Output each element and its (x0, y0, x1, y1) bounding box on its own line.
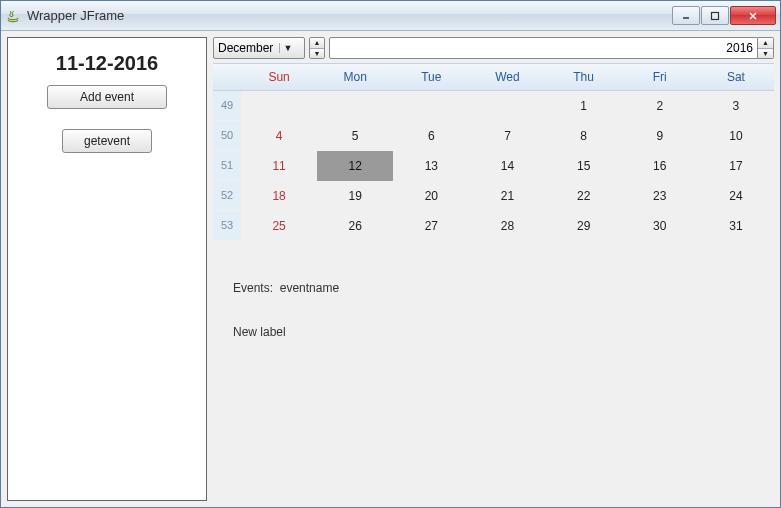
header-thu: Thu (546, 64, 622, 90)
day-cell[interactable]: 7 (469, 121, 545, 151)
week-number: 53 (213, 211, 241, 241)
main-panel: December ▼ ▲ ▼ 2016 ▲ ▼ (213, 37, 774, 501)
titlebar[interactable]: Wrapper JFrame (1, 1, 780, 31)
calendar-toolbar: December ▼ ▲ ▼ 2016 ▲ ▼ (213, 37, 774, 59)
header-sat: Sat (698, 64, 774, 90)
events-row: Events: eventname (233, 281, 754, 295)
selected-date-label: 11-12-2016 (56, 52, 158, 75)
day-cell[interactable]: 22 (546, 181, 622, 211)
day-cell[interactable]: 25 (241, 211, 317, 241)
week-number: 50 (213, 121, 241, 151)
day-cell[interactable]: 13 (393, 151, 469, 181)
day-cell[interactable]: 24 (698, 181, 774, 211)
month-combobox[interactable]: December ▼ (213, 37, 305, 59)
day-cell[interactable]: 26 (317, 211, 393, 241)
sidebar: 11-12-2016 Add event getevent (7, 37, 207, 501)
window-frame: Wrapper JFrame 11-12-2016 Add event gete… (0, 0, 781, 508)
month-spinner[interactable]: ▲ ▼ (309, 37, 325, 59)
day-cell (469, 91, 545, 121)
svg-rect-1 (712, 12, 719, 19)
day-cell[interactable]: 21 (469, 181, 545, 211)
week-corner (213, 64, 241, 90)
java-icon (5, 8, 21, 24)
year-spinner-arrows[interactable]: ▲ ▼ (758, 37, 774, 59)
day-cell[interactable]: 1 (546, 91, 622, 121)
add-event-button[interactable]: Add event (47, 85, 167, 109)
week-number: 51 (213, 151, 241, 181)
year-spinner[interactable]: 2016 ▲ ▼ (329, 37, 774, 59)
day-cell[interactable]: 10 (698, 121, 774, 151)
calendar-body: 4912350456789105111121314151617521819202… (213, 91, 774, 241)
close-button[interactable] (730, 6, 776, 25)
header-sun: Sun (241, 64, 317, 90)
calendar-header: Sun Mon Tue Wed Thu Fri Sat (213, 63, 774, 91)
day-cell (317, 91, 393, 121)
day-cell (241, 91, 317, 121)
chevron-down-icon[interactable]: ▼ (758, 49, 773, 59)
day-cell[interactable]: 31 (698, 211, 774, 241)
calendar: Sun Mon Tue Wed Thu Fri Sat 491235045678… (213, 63, 774, 241)
client-area: 11-12-2016 Add event getevent December ▼… (1, 31, 780, 507)
day-cell[interactable]: 16 (622, 151, 698, 181)
maximize-button[interactable] (701, 6, 729, 25)
day-cell[interactable]: 23 (622, 181, 698, 211)
day-cell[interactable]: 17 (698, 151, 774, 181)
day-cell[interactable]: 14 (469, 151, 545, 181)
day-cell[interactable]: 15 (546, 151, 622, 181)
day-cell[interactable]: 2 (622, 91, 698, 121)
new-label: New label (233, 325, 754, 339)
week-number: 52 (213, 181, 241, 211)
minimize-button[interactable] (672, 6, 700, 25)
week-number: 49 (213, 91, 241, 121)
chevron-down-icon: ▼ (279, 43, 295, 53)
header-fri: Fri (622, 64, 698, 90)
get-event-button[interactable]: getevent (62, 129, 152, 153)
day-cell[interactable]: 5 (317, 121, 393, 151)
day-cell[interactable]: 8 (546, 121, 622, 151)
header-mon: Mon (317, 64, 393, 90)
day-cell[interactable]: 12 (317, 151, 393, 181)
day-cell[interactable]: 6 (393, 121, 469, 151)
day-cell[interactable]: 11 (241, 151, 317, 181)
day-cell[interactable]: 18 (241, 181, 317, 211)
header-tue: Tue (393, 64, 469, 90)
day-cell[interactable]: 29 (546, 211, 622, 241)
chevron-down-icon[interactable]: ▼ (310, 49, 324, 59)
chevron-up-icon[interactable]: ▲ (758, 38, 773, 49)
window-controls (672, 6, 776, 25)
day-cell[interactable]: 30 (622, 211, 698, 241)
events-value: eventname (280, 281, 339, 295)
day-cell[interactable]: 20 (393, 181, 469, 211)
day-cell[interactable]: 9 (622, 121, 698, 151)
day-cell[interactable]: 3 (698, 91, 774, 121)
day-cell[interactable]: 28 (469, 211, 545, 241)
day-cell (393, 91, 469, 121)
day-cell[interactable]: 27 (393, 211, 469, 241)
events-label: Events: (233, 281, 273, 295)
header-wed: Wed (469, 64, 545, 90)
year-value: 2016 (329, 37, 758, 59)
month-value: December (218, 41, 273, 55)
day-cell[interactable]: 4 (241, 121, 317, 151)
window-title: Wrapper JFrame (27, 8, 672, 23)
events-area: Events: eventname New label (213, 281, 774, 369)
day-cell[interactable]: 19 (317, 181, 393, 211)
chevron-up-icon[interactable]: ▲ (310, 38, 324, 49)
